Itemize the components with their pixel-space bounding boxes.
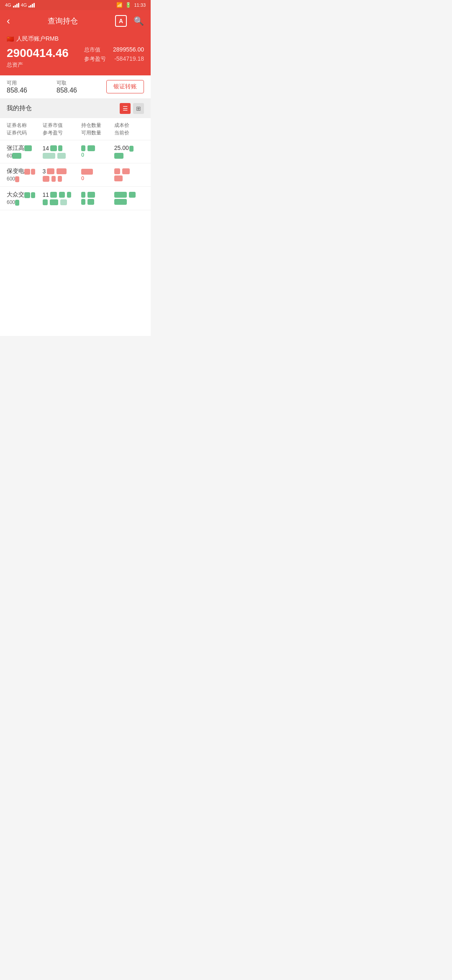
back-button[interactable]: ‹ <box>7 15 10 27</box>
grid-icon: ⊞ <box>136 105 141 112</box>
withdrawable-block: 可取 858.46 <box>56 80 106 94</box>
right-stats: 总市值 2899556.00 参考盈亏 -584719.18 <box>84 46 144 64</box>
pnl-label: 参考盈亏 <box>84 55 106 63</box>
stock-qty-col: 0 <box>81 169 114 181</box>
stock-qty-col: 0 <box>81 145 114 158</box>
stock-name-col: 保变电 600 <box>7 168 43 182</box>
market-value-label: 总市值 <box>84 46 100 54</box>
total-assets-block: 2900414.46 总资产 <box>7 46 69 69</box>
col2-header: 证券市值 参考盈亏 <box>43 121 82 137</box>
available-value: 858.46 <box>7 87 56 94</box>
stock-value-col: 3 <box>43 168 82 182</box>
empty-area <box>0 210 151 336</box>
time-display: 11:33 <box>134 3 146 8</box>
battery-icon: 🔋 <box>125 2 131 8</box>
list-icon: ☰ <box>123 105 128 112</box>
china-flag-icon: 🇨🇳 <box>7 36 14 42</box>
status-left: 4G 4G <box>5 3 35 8</box>
stock-value-col: 11 <box>43 191 82 205</box>
pnl-amount: -584719.18 <box>114 55 144 63</box>
table-row[interactable]: 张江高 60 14 0 25.00 <box>0 140 151 164</box>
stock-qty-col <box>81 192 114 205</box>
available-block: 可用 858.46 <box>7 80 56 94</box>
col4-header: 成本价 当前价 <box>114 121 144 137</box>
list-view-button[interactable]: ☰ <box>120 103 131 114</box>
signal-icon <box>13 3 19 8</box>
grid-view-button[interactable]: ⊞ <box>133 103 144 114</box>
table-row[interactable]: 大众交 600 11 <box>0 187 151 210</box>
available-section: 可用 858.46 可取 858.46 银证转账 <box>0 75 151 99</box>
portfolio-header: 我的持仓 ☰ ⊞ <box>0 99 151 118</box>
network-label: 4G <box>5 3 11 8</box>
col1-header: 证券名称 证券代码 <box>7 121 43 137</box>
account-type-label: 人民币账户RMB <box>16 35 59 43</box>
pnl-row: 参考盈亏 -584719.18 <box>84 55 144 63</box>
stock-price-col <box>114 192 144 205</box>
status-right: 📶 🔋 11:33 <box>116 2 146 8</box>
view-toggle: ☰ ⊞ <box>120 103 144 114</box>
total-assets-label: 总资产 <box>7 61 69 69</box>
withdrawable-value: 858.46 <box>56 87 106 94</box>
account-section: 🇨🇳 人民币账户RMB 2900414.46 总资产 总市值 2899556.0… <box>0 32 151 75</box>
stock-price-col <box>114 168 144 181</box>
search-button[interactable]: 🔍 <box>134 16 144 26</box>
market-value-row: 总市值 2899556.00 <box>84 46 144 54</box>
col3-header: 持仓数量 可用数量 <box>81 121 114 137</box>
stock-name-col: 张江高 60 <box>7 144 43 159</box>
font-icon: A <box>119 18 123 24</box>
table-header: 证券名称 证券代码 证券市值 参考盈亏 持仓数量 可用数量 成本价 当前价 <box>0 118 151 140</box>
market-value-amount: 2899556.00 <box>113 46 144 54</box>
status-bar: 4G 4G 📶 🔋 11:33 <box>0 0 151 10</box>
withdrawable-label: 可取 <box>56 80 106 87</box>
font-size-button[interactable]: A <box>115 15 127 27</box>
header-actions: A 🔍 <box>115 15 144 27</box>
network-label2: 4G <box>21 3 27 8</box>
stock-name-col: 大众交 600 <box>7 191 43 206</box>
header: ‹ 查询持仓 A 🔍 <box>0 10 151 32</box>
page-title: 查询持仓 <box>48 16 78 26</box>
portfolio-title: 我的持仓 <box>7 104 32 112</box>
available-label: 可用 <box>7 80 56 87</box>
stock-price-col: 25.00 <box>114 144 144 158</box>
wifi-icon: 📶 <box>116 2 123 8</box>
stock-value-col: 14 <box>43 145 82 159</box>
signal-icon2 <box>28 3 35 8</box>
account-main: 2900414.46 总资产 总市值 2899556.00 参考盈亏 -5847… <box>7 46 144 69</box>
account-label-row: 🇨🇳 人民币账户RMB <box>7 35 144 43</box>
table-row[interactable]: 保变电 600 3 0 <box>0 163 151 187</box>
transfer-button[interactable]: 银证转账 <box>106 80 144 93</box>
total-assets-value: 2900414.46 <box>7 46 69 60</box>
